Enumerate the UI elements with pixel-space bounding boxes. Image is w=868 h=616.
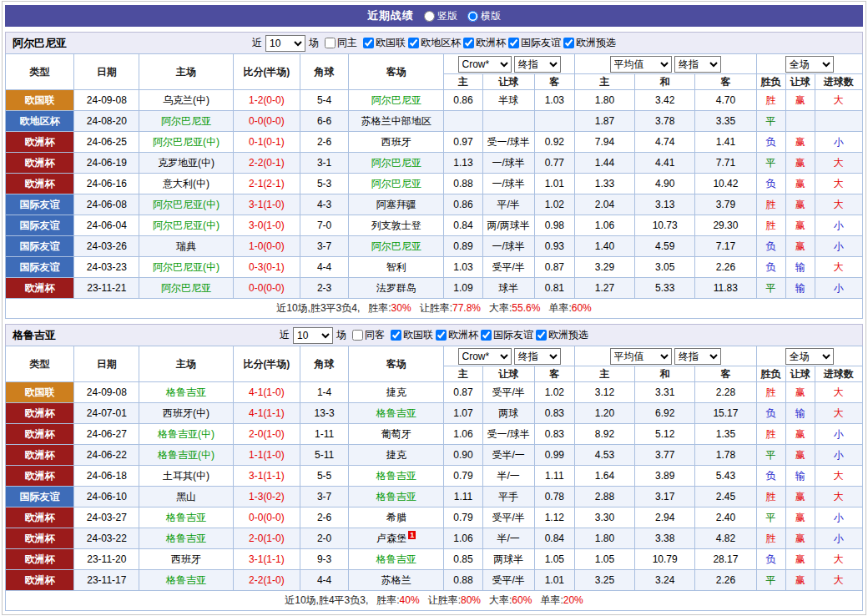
home-team[interactable]: 瑞典: [139, 236, 233, 257]
bookmaker-select[interactable]: Crow*: [458, 348, 512, 365]
home-team[interactable]: 土耳其(中): [139, 466, 233, 487]
recent-count-select[interactable]: 10: [265, 35, 305, 52]
away-team[interactable]: 西班牙: [349, 132, 444, 153]
average-select[interactable]: 平均值: [610, 348, 672, 365]
vertical-view-radio[interactable]: [424, 11, 435, 22]
away-team[interactable]: 苏格兰中部地区: [349, 111, 444, 132]
competition-checkbox[interactable]: [563, 38, 574, 48]
match-score[interactable]: 3-1(1-1): [233, 466, 300, 487]
match-score[interactable]: 3-1(1-0): [233, 194, 300, 215]
away-team[interactable]: 阿尔巴尼亚: [349, 174, 444, 194]
match-score[interactable]: 2-2(0-1): [233, 153, 300, 174]
home-team[interactable]: 西班牙: [139, 549, 233, 570]
final-odds-select[interactable]: 终指: [674, 56, 721, 73]
away-team[interactable]: 阿尔巴尼亚: [349, 90, 444, 111]
view-option-horizontal[interactable]: 横版: [467, 9, 501, 23]
match-score[interactable]: 3-1(1-1): [233, 549, 300, 570]
competition-filter[interactable]: 欧地区杯: [408, 36, 461, 50]
competition-checkbox[interactable]: [463, 38, 474, 48]
recent-count-select[interactable]: 10: [293, 327, 333, 344]
away-team[interactable]: 智利: [349, 257, 444, 278]
match-score[interactable]: 2-0(1-0): [233, 424, 300, 445]
match-score[interactable]: 1-2(0-0): [233, 90, 300, 111]
home-team[interactable]: 黑山: [139, 487, 233, 507]
competition-checkbox[interactable]: [391, 330, 401, 341]
competition-checkbox[interactable]: [508, 38, 519, 48]
match-score[interactable]: 1-3(0-2): [233, 487, 300, 507]
match-score[interactable]: 2-0(1-0): [233, 528, 300, 549]
home-team[interactable]: 克罗地亚(中): [139, 153, 233, 174]
competition-filter[interactable]: 国际友谊: [508, 36, 561, 50]
competition-filter[interactable]: 欧洲杯: [436, 328, 478, 342]
match-score[interactable]: 0-0(0-0): [233, 507, 300, 528]
home-team[interactable]: 阿尔巴尼亚: [139, 278, 233, 299]
euro-home-odds: 1.80: [574, 528, 634, 549]
same-venue-filter[interactable]: 同客: [352, 328, 385, 342]
away-team[interactable]: 法罗群岛: [349, 278, 444, 299]
competition-checkbox[interactable]: [363, 38, 374, 48]
competition-filter[interactable]: 欧洲预选: [536, 328, 588, 342]
home-team[interactable]: 西班牙(中): [139, 403, 233, 424]
competition-filter[interactable]: 欧洲预选: [563, 36, 616, 50]
away-team[interactable]: 格鲁吉亚: [349, 466, 444, 487]
competition-checkbox[interactable]: [436, 330, 447, 341]
horizontal-view-radio[interactable]: [467, 11, 478, 22]
fulltime-select[interactable]: 全场: [785, 56, 834, 73]
competition-filter[interactable]: 欧国联: [363, 36, 406, 50]
away-team[interactable]: 希腊: [349, 507, 444, 528]
home-team[interactable]: 阿尔巴尼亚(中): [139, 132, 233, 153]
away-team[interactable]: 格鲁吉亚: [349, 549, 444, 570]
home-team[interactable]: 格鲁吉亚(中): [139, 445, 233, 466]
away-team[interactable]: 捷克: [349, 445, 444, 466]
away-team[interactable]: 格鲁吉亚: [349, 487, 444, 507]
match-score[interactable]: 0-0(0-0): [233, 111, 300, 132]
home-team[interactable]: 阿尔巴尼亚: [139, 111, 233, 132]
home-team[interactable]: 阿尔巴尼亚(中): [139, 257, 233, 278]
home-team[interactable]: 阿尔巴尼亚(中): [139, 215, 233, 236]
match-score[interactable]: 4-1(1-0): [233, 382, 300, 403]
competition-checkbox[interactable]: [408, 38, 419, 48]
match-score[interactable]: 1-1(1-0): [233, 445, 300, 466]
match-score[interactable]: 0-3(0-1): [233, 257, 300, 278]
final-odds-select[interactable]: 终指: [514, 348, 561, 365]
away-team[interactable]: 苏格兰: [349, 570, 444, 591]
fulltime-select[interactable]: 全场: [785, 348, 834, 365]
same-venue-filter[interactable]: 同主: [325, 36, 357, 50]
competition-filter[interactable]: 欧国联: [391, 328, 433, 342]
away-team[interactable]: 阿尔巴尼亚: [349, 236, 444, 257]
home-team[interactable]: 格鲁吉亚: [139, 528, 233, 549]
away-team[interactable]: 列支敦士登: [349, 215, 444, 236]
match-score[interactable]: 0-0(0-0): [233, 278, 300, 299]
home-team[interactable]: 意大利(中): [139, 174, 233, 194]
competition-checkbox[interactable]: [536, 330, 547, 341]
view-option-vertical[interactable]: 竖版: [424, 9, 457, 23]
col-date: 日期: [74, 54, 139, 90]
home-team[interactable]: 阿尔巴尼亚(中): [139, 194, 233, 215]
final-odds-select[interactable]: 终指: [674, 348, 721, 365]
competition-filter[interactable]: 欧洲杯: [463, 36, 506, 50]
away-team[interactable]: 捷克: [349, 382, 444, 403]
bookmaker-select[interactable]: Crow*: [458, 56, 512, 73]
match-score[interactable]: 2-2(1-0): [233, 570, 300, 591]
home-team[interactable]: 格鲁吉亚: [139, 382, 233, 403]
final-odds-select[interactable]: 终指: [514, 56, 561, 73]
same-venue-checkbox[interactable]: [325, 38, 336, 48]
away-team[interactable]: 阿塞拜疆: [349, 194, 444, 215]
competition-checkbox[interactable]: [481, 330, 492, 341]
away-team[interactable]: 葡萄牙: [349, 424, 444, 445]
match-score[interactable]: 2-1(2-1): [233, 174, 300, 194]
same-venue-checkbox[interactable]: [352, 330, 363, 341]
away-team[interactable]: 卢森堡1: [349, 528, 444, 549]
match-score[interactable]: 1-0(0-0): [233, 236, 300, 257]
match-score[interactable]: 4-1(1-1): [233, 403, 300, 424]
match-score[interactable]: 3-0(1-0): [233, 215, 300, 236]
away-team[interactable]: 阿尔巴尼亚: [349, 153, 444, 174]
home-team[interactable]: 格鲁吉亚(中): [139, 424, 233, 445]
home-team[interactable]: 乌克兰(中): [139, 90, 233, 111]
average-select[interactable]: 平均值: [610, 56, 672, 73]
match-score[interactable]: 0-1(0-1): [233, 132, 300, 153]
home-team[interactable]: 格鲁吉亚: [139, 570, 233, 591]
competition-filter[interactable]: 国际友谊: [481, 328, 533, 342]
home-team[interactable]: 格鲁吉亚: [139, 507, 233, 528]
away-team[interactable]: 格鲁吉亚: [349, 403, 444, 424]
